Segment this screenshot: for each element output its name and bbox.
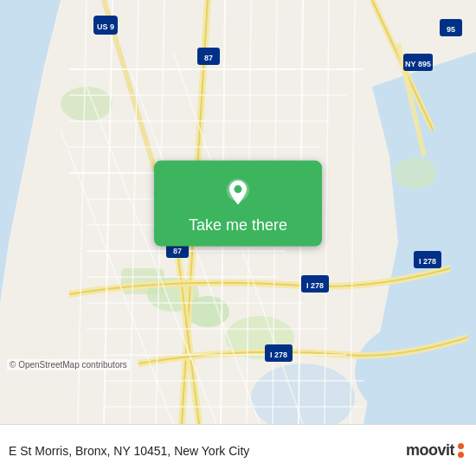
take-me-there-button[interactable]: Take me there	[154, 161, 322, 247]
map-container: US 9 87 87 95 NY 895 I 278 I 278 I 278 ©…	[0, 0, 476, 424]
moovit-brand-text: moovit	[406, 441, 454, 460]
svg-text:I 278: I 278	[306, 281, 324, 290]
moovit-dot-top	[458, 443, 464, 449]
moovit-dot-bottom	[458, 452, 464, 458]
svg-text:95: 95	[447, 25, 455, 34]
svg-text:87: 87	[204, 54, 213, 62]
svg-text:I 278: I 278	[270, 351, 287, 359]
svg-text:87: 87	[173, 247, 182, 255]
osm-credit-text: © OpenStreetMap contributors	[10, 360, 127, 370]
moovit-logo: moovit	[406, 441, 464, 460]
moovit-dots	[458, 443, 464, 458]
svg-text:I 278: I 278	[419, 257, 436, 266]
location-pin-icon	[222, 177, 254, 209]
bottom-bar: E St Morris, Bronx, NY 10451, New York C…	[0, 424, 476, 476]
svg-point-65	[235, 185, 242, 193]
address-text: E St Morris, Bronx, NY 10451, New York C…	[9, 444, 249, 458]
svg-point-11	[394, 158, 437, 189]
svg-text:NY 895: NY 895	[405, 60, 431, 68]
svg-point-10	[61, 87, 113, 121]
button-label: Take me there	[189, 216, 287, 235]
take-me-there-overlay: Take me there	[154, 161, 322, 247]
osm-credit: © OpenStreetMap contributors	[7, 359, 130, 370]
svg-text:US 9: US 9	[97, 23, 114, 31]
